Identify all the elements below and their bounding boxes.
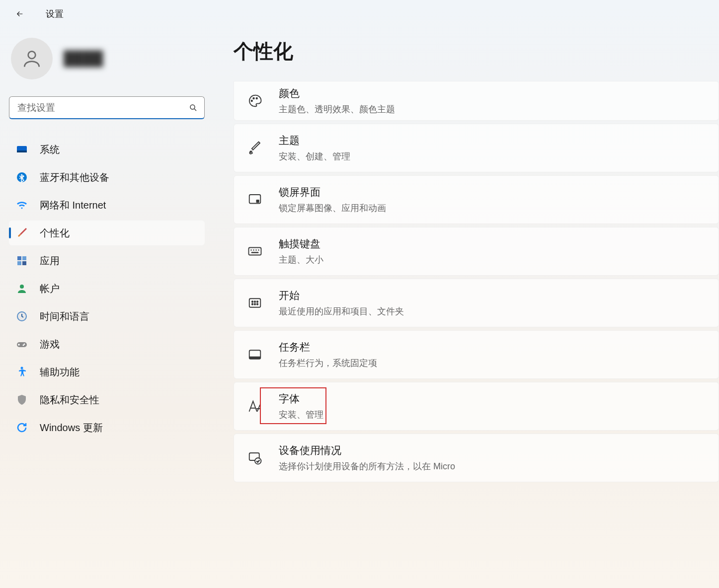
svg-rect-29 bbox=[249, 357, 261, 359]
sidebar-item-personalization[interactable]: 个性化 bbox=[9, 220, 205, 245]
svg-rect-3 bbox=[17, 150, 27, 152]
card-title: 主题 bbox=[279, 134, 350, 147]
card-subtitle: 安装、创建、管理 bbox=[279, 150, 350, 162]
svg-rect-5 bbox=[17, 256, 21, 260]
nav-label: 系统 bbox=[40, 143, 60, 156]
brush-icon bbox=[246, 139, 264, 157]
svg-point-26 bbox=[254, 303, 256, 305]
nav-label: 网络和 Internet bbox=[40, 199, 106, 212]
system-icon bbox=[16, 144, 28, 155]
apps-icon bbox=[16, 255, 28, 267]
nav-label: Windows 更新 bbox=[40, 421, 103, 435]
card-subtitle: 主题、大小 bbox=[279, 254, 323, 266]
search-wrap bbox=[9, 96, 205, 119]
profile-name: ████ bbox=[64, 51, 103, 67]
sidebar-item-system[interactable]: 系统 bbox=[9, 137, 205, 162]
card-title: 设备使用情况 bbox=[279, 443, 455, 457]
svg-point-1 bbox=[190, 105, 195, 109]
person-icon bbox=[21, 48, 43, 70]
card-title: 开始 bbox=[279, 289, 404, 302]
nav: 系统 蓝牙和其他设备 网络和 Internet 个性化 应用 帐户 bbox=[9, 137, 205, 440]
sidebar-item-update[interactable]: Windows 更新 bbox=[9, 415, 205, 440]
svg-point-27 bbox=[257, 303, 258, 305]
nav-label: 应用 bbox=[40, 254, 60, 268]
page-title: 个性化 bbox=[234, 38, 719, 65]
card-device-usage[interactable]: 设备使用情况 选择你计划使用设备的所有方法，以在 Micro bbox=[234, 434, 719, 482]
card-subtitle: 最近使用的应用和项目、文件夹 bbox=[279, 305, 404, 317]
sidebar-item-gaming[interactable]: 游戏 bbox=[9, 332, 205, 357]
account-icon bbox=[16, 283, 28, 294]
card-subtitle: 安装、管理 bbox=[279, 409, 323, 421]
svg-point-22 bbox=[252, 301, 253, 302]
fonts-icon bbox=[246, 397, 264, 415]
svg-point-13 bbox=[23, 345, 24, 346]
card-start[interactable]: 开始 最近使用的应用和项目、文件夹 bbox=[234, 279, 719, 327]
profile-section[interactable]: ████ bbox=[9, 38, 205, 79]
avatar bbox=[11, 38, 53, 79]
shield-icon bbox=[16, 394, 28, 406]
search-icon bbox=[189, 103, 198, 112]
card-title: 字体 bbox=[279, 392, 323, 406]
sidebar-item-accessibility[interactable]: 辅助功能 bbox=[9, 360, 205, 384]
svg-point-23 bbox=[254, 301, 256, 302]
arrow-left-icon bbox=[15, 9, 24, 18]
start-icon bbox=[246, 294, 264, 312]
svg-point-25 bbox=[252, 303, 253, 305]
device-usage-icon bbox=[246, 449, 264, 467]
card-taskbar[interactable]: 任务栏 任务栏行为，系统固定项 bbox=[234, 330, 719, 379]
nav-label: 辅助功能 bbox=[40, 366, 80, 379]
sidebar: ████ 系统 蓝牙和其他设备 网络和 Internet 个性化 bbox=[0, 28, 214, 588]
card-subtitle: 任务栏行为，系统固定项 bbox=[279, 357, 377, 369]
back-button[interactable] bbox=[10, 4, 30, 24]
svg-point-14 bbox=[21, 367, 23, 369]
update-icon bbox=[16, 422, 28, 434]
titlebar-title: 设置 bbox=[46, 8, 64, 20]
card-title: 锁屏界面 bbox=[279, 185, 386, 199]
sidebar-item-privacy[interactable]: 隐私和安全性 bbox=[9, 387, 205, 412]
svg-rect-21 bbox=[249, 298, 261, 307]
sidebar-item-bluetooth[interactable]: 蓝牙和其他设备 bbox=[9, 165, 205, 190]
svg-point-16 bbox=[253, 98, 254, 99]
card-subtitle: 锁定屏幕图像、应用和动画 bbox=[279, 202, 386, 214]
svg-point-24 bbox=[257, 301, 258, 302]
card-colors[interactable]: 颜色 主题色、透明效果、颜色主题 bbox=[234, 81, 719, 121]
svg-rect-19 bbox=[256, 200, 259, 203]
bluetooth-icon bbox=[16, 171, 28, 183]
keyboard-icon bbox=[246, 242, 264, 260]
card-fonts[interactable]: 字体 安装、管理 bbox=[234, 382, 719, 431]
svg-rect-20 bbox=[249, 248, 261, 255]
taskbar-icon bbox=[246, 346, 264, 364]
svg-rect-6 bbox=[22, 256, 26, 260]
paintbrush-icon bbox=[16, 227, 28, 239]
nav-label: 蓝牙和其他设备 bbox=[40, 171, 109, 184]
nav-label: 游戏 bbox=[40, 338, 60, 351]
palette-icon bbox=[246, 92, 264, 110]
search-input[interactable] bbox=[9, 96, 205, 119]
card-title: 触摸键盘 bbox=[279, 237, 323, 251]
wifi-icon bbox=[16, 199, 28, 211]
card-subtitle: 选择你计划使用设备的所有方法，以在 Micro bbox=[279, 460, 455, 472]
svg-rect-7 bbox=[17, 261, 21, 265]
card-title: 任务栏 bbox=[279, 340, 377, 354]
svg-point-0 bbox=[28, 51, 36, 59]
nav-label: 隐私和安全性 bbox=[40, 393, 99, 407]
nav-label: 时间和语言 bbox=[40, 310, 89, 323]
sidebar-item-apps[interactable]: 应用 bbox=[9, 248, 205, 273]
svg-rect-8 bbox=[22, 261, 26, 265]
clock-globe-icon bbox=[16, 310, 28, 322]
sidebar-item-accounts[interactable]: 帐户 bbox=[9, 276, 205, 301]
card-title: 颜色 bbox=[279, 86, 395, 100]
sidebar-item-time-language[interactable]: 时间和语言 bbox=[9, 304, 205, 329]
titlebar: 设置 bbox=[0, 0, 719, 28]
card-list: 颜色 主题色、透明效果、颜色主题 主题 安装、创建、管理 锁屏界面 锁定屏幕图像… bbox=[234, 81, 719, 482]
svg-point-15 bbox=[251, 100, 253, 102]
sidebar-item-network[interactable]: 网络和 Internet bbox=[9, 193, 205, 218]
gamepad-icon bbox=[16, 338, 28, 350]
card-lockscreen[interactable]: 锁屏界面 锁定屏幕图像、应用和动画 bbox=[234, 175, 719, 224]
accessibility-icon bbox=[16, 366, 28, 378]
card-themes[interactable]: 主题 安装、创建、管理 bbox=[234, 124, 719, 172]
nav-label: 帐户 bbox=[40, 282, 60, 295]
card-touchkeyboard[interactable]: 触摸键盘 主题、大小 bbox=[234, 227, 719, 276]
lockscreen-icon bbox=[246, 191, 264, 209]
nav-label: 个性化 bbox=[40, 226, 70, 240]
